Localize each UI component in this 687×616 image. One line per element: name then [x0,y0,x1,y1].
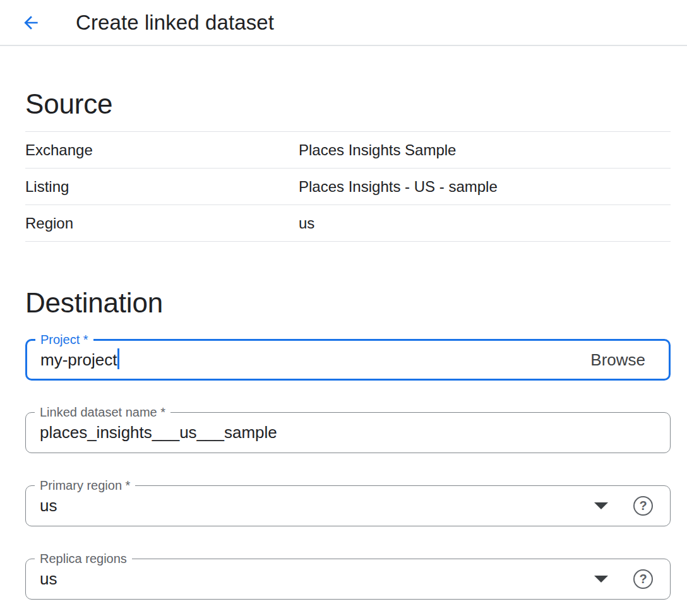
arrow-back-icon [21,13,41,33]
replica-regions-value: us [40,569,57,589]
row-label: Listing [25,178,299,196]
table-row-region: Region us [25,205,671,242]
table-row-listing: Listing Places Insights - US - sample [25,169,671,205]
dropdown-arrow-icon[interactable] [594,576,608,583]
page-title: Create linked dataset [76,11,274,35]
row-label: Region [25,215,299,232]
row-value: Places Insights - US - sample [299,178,498,196]
primary-region-label: Primary region * [35,478,135,492]
help-icon[interactable]: ? [633,569,653,589]
destination-section-heading: Destination [25,287,671,319]
source-info-table: Exchange Places Insights Sample Listing … [25,131,671,242]
row-label: Exchange [25,141,299,159]
help-icon[interactable]: ? [633,496,653,516]
form-body: Source Exchange Places Insights Sample L… [0,88,687,600]
page-header: Create linked dataset [0,0,687,46]
primary-region-select[interactable]: Primary region * us ? [25,485,671,526]
text-cursor [117,348,119,369]
source-section-heading: Source [25,88,671,121]
project-input-label: Project * [35,333,93,346]
linked-dataset-name-input[interactable]: Linked dataset name * places_insights___… [25,412,671,453]
row-value: Places Insights Sample [299,141,456,159]
project-input[interactable]: Project * my-project Browse [25,339,671,381]
table-row-exchange: Exchange Places Insights Sample [25,132,671,169]
browse-button[interactable]: Browse [590,350,645,370]
dropdown-arrow-icon[interactable] [594,502,608,509]
linked-dataset-name-label: Linked dataset name * [35,405,170,419]
row-value: us [299,215,314,232]
linked-dataset-name-value: places_insights___us___sample [40,423,277,442]
replica-regions-label: Replica regions [35,552,132,566]
back-button[interactable] [20,11,42,34]
primary-region-value: us [40,496,57,516]
replica-regions-select[interactable]: Replica regions us ? [25,559,671,600]
project-input-value: my-project [40,350,119,370]
